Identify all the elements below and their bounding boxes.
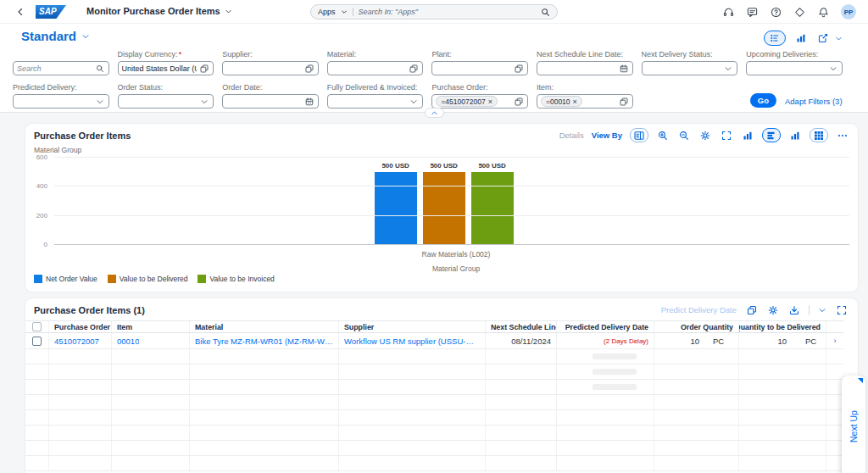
support-headset-icon[interactable] [722,6,734,18]
chevron-down-icon[interactable] [835,31,843,46]
predicted-delivery-select[interactable] [13,94,109,109]
horizontal-bar-chart-type-icon[interactable] [762,128,781,142]
export-menu-chevron-icon[interactable] [818,303,826,316]
legend-item-net-order-value[interactable]: Net Order Value [34,275,97,283]
visual-filter-toggle-button[interactable] [791,31,811,46]
empty-cell [826,410,843,425]
chevron-down-icon[interactable] [723,64,733,74]
chevron-down-icon[interactable] [199,97,209,107]
material-link[interactable]: Bike Tyre MZ-RM-WR01 (MZ-RM-WR01) [195,337,333,346]
plant-input[interactable] [431,61,528,75]
overflow-menu-icon[interactable] [836,129,849,142]
token-remove-icon[interactable]: × [488,97,492,106]
supplier-link[interactable]: Workflow US RM supplier (USSU-WRF01) [344,337,480,346]
column-header[interactable]: Next Schedule Line ... [486,321,557,332]
empty-cell [486,380,557,394]
calendar-icon[interactable] [304,97,314,107]
app-title-text: Monitor Purchase Order Items [86,6,220,16]
next-schedule-line-date-input[interactable] [537,61,633,75]
zoom-in-icon[interactable] [656,129,670,142]
value-help-icon[interactable] [409,64,419,74]
avatar[interactable]: PP [841,4,856,19]
column-chart-type-icon[interactable] [741,129,754,142]
supplier-input[interactable] [222,61,319,75]
order-date-input[interactable] [222,94,319,109]
shell-search[interactable]: Apps Search In: "Apps" [310,4,558,19]
purchase-order-input[interactable]: =4510072007× [431,94,528,109]
compact-filter-toggle-button[interactable] [764,31,786,46]
value-help-icon[interactable] [514,64,524,74]
next-delivery-status-select[interactable] [642,61,738,75]
next-up-panel[interactable]: Next Up [842,376,865,473]
purchase-order-link[interactable]: 4510072007 [54,337,99,346]
value-help-icon[interactable] [514,97,524,107]
legend-item-value-to-be-delivered[interactable]: Value to be Delivered [108,275,188,283]
bar-chart-view-icon[interactable] [788,129,802,142]
column-header[interactable]: Purchase Order [49,321,112,332]
predict-delivery-date-button[interactable]: Predict Delivery Date [661,305,737,314]
calendar-icon[interactable] [619,64,629,74]
legend-item-value-to-be-invoiced[interactable]: Value to be Invoiced [198,275,274,283]
column-header[interactable]: Order Quantity [654,321,739,332]
zoom-out-icon[interactable] [677,129,691,142]
bar-value-to-be-invoiced[interactable] [471,172,514,245]
chart-settings-gear-icon[interactable] [698,129,712,142]
order-status-select[interactable] [118,94,214,109]
empty-cell [25,426,49,440]
go-button[interactable]: Go [750,93,776,108]
token-remove-icon[interactable]: × [573,97,577,106]
details-button[interactable]: Details [559,131,584,140]
table-settings-gear-icon[interactable] [766,303,779,316]
empty-cell [654,441,739,455]
select-all-checkbox[interactable] [32,322,42,331]
chevron-down-icon[interactable] [95,97,105,107]
value-help-icon[interactable] [619,97,629,107]
column-header[interactable]: Supplier [339,321,486,332]
app-title[interactable]: Monitor Purchase Order Items [86,6,232,16]
notifications-bell-icon[interactable] [817,6,829,18]
value-help-icon[interactable] [199,64,209,74]
adapt-filters-link[interactable]: Adapt Filters (3) [785,97,843,108]
ai-assistant-icon[interactable] [793,6,805,18]
search-icon[interactable] [541,8,550,17]
upcoming-deliveries-select[interactable] [746,61,843,75]
legend-toggle-icon[interactable] [630,128,648,142]
table-row[interactable]: 4510072007 00010 Bike Tyre MZ-RM-WR01 (M… [25,333,843,349]
collapse-filter-bar-button[interactable] [425,108,444,118]
search-scope[interactable]: Apps [318,8,336,16]
feedback-icon[interactable] [746,6,758,18]
display-currency-input[interactable]: United States Dollar (USD) [118,61,214,75]
back-icon[interactable] [14,5,27,19]
column-header[interactable]: Predicted Delivery Date [557,321,654,332]
filter-label: Upcoming Deliveries: [746,50,843,58]
search-input-field[interactable] [17,64,92,73]
table-view-icon[interactable] [810,128,828,142]
row-checkbox[interactable] [32,337,42,346]
item-input[interactable]: =00010× [537,94,633,109]
material-input[interactable] [327,61,424,75]
fully-delivered-invoiced-select[interactable] [327,94,424,109]
item-link[interactable]: 00010 [117,337,139,346]
legend-label: Value to be Invoiced [209,275,274,283]
bar-net-order-value[interactable] [375,172,417,245]
bar-value-to-be-delivered[interactable] [423,172,465,245]
search-input[interactable] [13,61,109,75]
view-by-button[interactable]: View By [592,131,622,140]
row-navigation-chevron-icon[interactable]: › [834,337,837,345]
share-icon[interactable] [816,31,830,46]
value-help-icon[interactable] [304,64,314,74]
chevron-down-icon[interactable] [341,8,348,15]
chevron-down-icon[interactable] [828,64,838,74]
column-header[interactable]: Material [190,321,339,332]
search-icon[interactable] [95,64,105,74]
copy-icon[interactable] [745,303,758,316]
column-header[interactable]: Item [112,321,190,332]
empty-cell [25,410,49,425]
help-icon[interactable] [770,6,782,18]
fullscreen-icon[interactable] [720,129,733,142]
export-icon[interactable] [787,303,800,316]
table-fullscreen-icon[interactable] [835,303,848,316]
chevron-down-icon[interactable] [409,97,419,107]
column-header[interactable]: Quantity to be Delivered [739,321,826,332]
variant-selector[interactable]: Standard [21,29,90,43]
